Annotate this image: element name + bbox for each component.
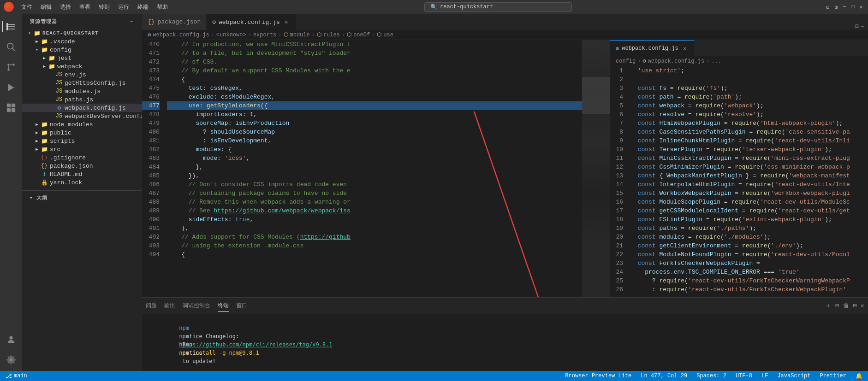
sidebar-item-gitignore[interactable]: ▶ {} .gitignore <box>22 153 142 162</box>
new-file-icon[interactable]: ⋯ <box>129 18 135 25</box>
arrow-icon: ▶ <box>33 137 41 145</box>
sidebar-item-label: paths.js <box>65 96 93 103</box>
breadcrumb-item[interactable]: ⬡ <box>347 31 351 38</box>
split-terminal-icon[interactable]: ⊟ <box>835 302 839 310</box>
panel-tab-terminal[interactable]: 终端 <box>218 300 229 312</box>
sidebar-item-pathsjs[interactable]: ▶ JS paths.js <box>22 95 142 104</box>
sidebar-item-readme[interactable]: ▶ ℹ README.md <box>22 170 142 178</box>
menu-select[interactable]: 选择 <box>56 2 75 12</box>
sidebar-item-config[interactable]: ▾ 📁 config <box>22 46 142 54</box>
breadcrumb-item[interactable]: webpack.config.js <box>153 32 209 38</box>
left-code-content[interactable]: 470471472473 474475476 477 478479480481 … <box>142 40 610 297</box>
menu-terminal[interactable]: 终端 <box>134 2 152 12</box>
menu-file[interactable]: 文件 <box>18 2 36 12</box>
activity-account[interactable] <box>2 330 20 349</box>
sidebar-item-jest[interactable]: ▶ 📁 jest <box>22 54 142 62</box>
line-ending[interactable]: LF <box>760 373 770 379</box>
tab-webpack-config-right[interactable]: ⚙ webpack.config.js ✕ <box>610 40 695 56</box>
breadcrumb-item[interactable]: ... <box>711 58 721 64</box>
tab-close-button[interactable]: ✕ <box>681 45 689 52</box>
tab-close-button[interactable]: ✕ <box>283 18 290 26</box>
sidebar-item-label: node_modules <box>50 121 93 128</box>
sidebar-item-root[interactable]: ▾ 📁 REACT-QUICKSTART <box>22 29 142 37</box>
breadcrumb-item[interactable]: use <box>383 32 393 38</box>
language-mode[interactable]: JavaScript <box>775 373 812 379</box>
folder-icon: 📁 <box>41 137 48 145</box>
layout-toggle[interactable]: ⊞ <box>833 4 839 10</box>
sidebar-item-vscode[interactable]: ▶ 📁 .vscode <box>22 37 142 46</box>
search-box[interactable]: 🔍 react-quickstart <box>424 2 572 12</box>
maximize-panel-icon[interactable]: ⊞ <box>853 302 856 310</box>
new-terminal-icon[interactable]: ＋ <box>825 302 832 310</box>
sidebar-item-webpack-folder[interactable]: ▶ 📁 webpack <box>22 62 142 70</box>
window-minimize[interactable]: ─ <box>841 4 848 10</box>
sidebar-item-gethttps[interactable]: ▶ JS getHttpsConfig.js <box>22 79 142 87</box>
split-editor-icon[interactable]: ⊟ <box>855 23 859 30</box>
activity-extensions[interactable] <box>2 99 20 117</box>
sidebar-item-yarnlock[interactable]: ▶ 🔒 yarn.lock <box>22 178 142 187</box>
sidebar-item-envjs[interactable]: ▶ JS env.js <box>22 70 142 79</box>
menu-edit[interactable]: 编辑 <box>37 2 55 12</box>
file-icon: 🔒 <box>41 179 48 186</box>
panel-tab-problems[interactable]: 问题 <box>146 300 157 311</box>
sidebar-item-devserver[interactable]: ▶ JS webpackDevServer.config.js <box>22 112 142 120</box>
activity-explorer[interactable] <box>2 18 20 36</box>
activity-source-control[interactable] <box>2 58 20 76</box>
sidebar-item-packagejson[interactable]: ▶ {} package.json <box>22 162 142 170</box>
menu-help[interactable]: 帮助 <box>153 2 172 12</box>
bell-icon: 🔔 <box>856 373 862 380</box>
indentation[interactable]: Spaces: 2 <box>695 373 728 379</box>
breadcrumb-item[interactable]: module <box>290 32 310 38</box>
folder-icon: 📁 <box>41 129 48 136</box>
folder-icon: 📁 <box>41 46 48 53</box>
terminal-content[interactable]: npm notice Changelog: https://github.com… <box>142 314 868 371</box>
sidebar-item-webpack-config[interactable]: ▶ ⚙ webpack.config.js <box>22 104 142 112</box>
sidebar-item-src[interactable]: ▶ 📁 src <box>22 145 142 153</box>
panel-tab-ports[interactable]: 窗口 <box>236 300 247 311</box>
panel-tab-output[interactable]: 输出 <box>164 300 175 311</box>
breadcrumb-item[interactable]: ⚙ <box>642 58 646 64</box>
menu-run[interactable]: 运行 <box>114 2 133 12</box>
menu-goto[interactable]: 转到 <box>95 2 113 12</box>
breadcrumb-item[interactable]: config <box>616 58 636 64</box>
activity-run[interactable] <box>2 78 20 97</box>
breadcrumb-item[interactable]: rules <box>323 32 340 38</box>
minimap-highlight <box>582 77 610 114</box>
cursor-position[interactable]: Ln 477, Col 29 <box>639 373 689 379</box>
breadcrumb-item[interactable]: ⬡ <box>284 31 288 38</box>
window-maximize[interactable]: □ <box>850 4 856 10</box>
browser-preview-lite[interactable]: Browser Preview Lite <box>563 373 633 379</box>
minimap[interactable] <box>582 40 610 297</box>
breadcrumb-item[interactable]: <unknown> <box>216 32 246 38</box>
changelog-link[interactable]: https://github.com/npm/cli/releases/tag/… <box>179 341 332 348</box>
encoding[interactable]: UTF-8 <box>734 373 754 379</box>
trash-icon[interactable]: 🗑 <box>843 302 849 310</box>
notifications[interactable]: 🔔 <box>854 373 864 380</box>
git-branch[interactable]: ⎇ main <box>4 373 29 380</box>
sidebar-item-modulesjs[interactable]: ▶ JS modules.js <box>22 87 142 95</box>
breadcrumb-item[interactable]: oneOf <box>353 32 370 38</box>
activity-search[interactable] <box>2 38 20 56</box>
breadcrumb-item[interactable]: ⚙ <box>148 31 151 38</box>
breadcrumb-item[interactable]: exports <box>253 32 276 38</box>
window-close[interactable]: ✕ <box>858 4 864 10</box>
sidebar-item-scripts[interactable]: ▶ 📁 scripts <box>22 137 142 145</box>
right-code-content[interactable]: 12345 678910 1112131415 1617181920 21222… <box>610 66 868 297</box>
sidebar-item-node-modules[interactable]: ▶ 📁 node_modules <box>22 120 142 129</box>
breadcrumb-item[interactable]: ⬡ <box>317 31 321 38</box>
tab-packagejson[interactable]: {} package.json <box>142 14 207 30</box>
breadcrumb-item[interactable]: ⬡ <box>377 31 381 38</box>
sidebar-toggle[interactable]: ⊟ <box>825 4 831 10</box>
outline-header[interactable]: ▾ 大纲 <box>22 193 142 203</box>
sidebar-item-public[interactable]: ▶ 📁 public <box>22 129 142 137</box>
breadcrumb-sep: › <box>278 32 281 38</box>
formatter[interactable]: Prettier <box>818 373 848 379</box>
more-actions-icon[interactable]: ⋯ <box>861 23 864 30</box>
tab-webpack-config-active[interactable]: ⚙ webpack.config.js ✕ <box>207 14 296 30</box>
sidebar-item-label: jest <box>57 55 71 62</box>
menu-view[interactable]: 查看 <box>76 2 94 12</box>
activity-settings[interactable] <box>2 351 20 369</box>
close-panel-icon[interactable]: ✕ <box>861 302 864 310</box>
breadcrumb-item[interactable]: webpack.config.js <box>648 58 704 64</box>
panel-tab-debug[interactable]: 调试控制台 <box>183 300 210 311</box>
